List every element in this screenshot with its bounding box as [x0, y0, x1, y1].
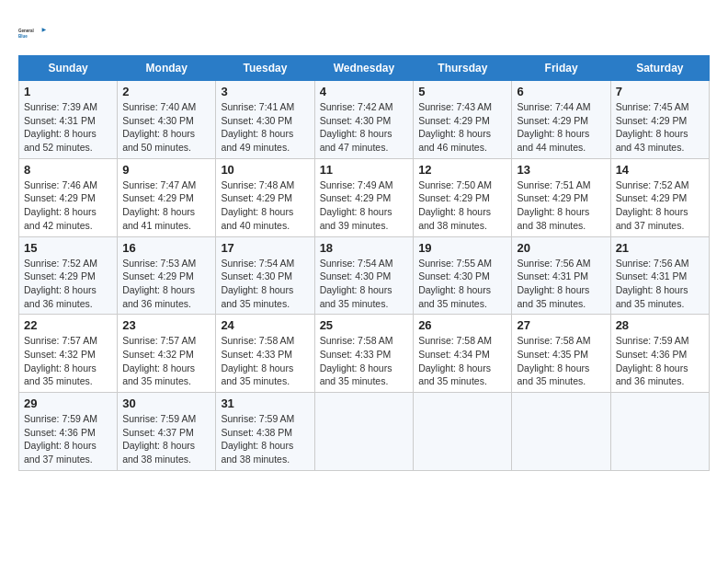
- calendar-cell: 25Sunrise: 7:58 AM Sunset: 4:33 PM Dayli…: [314, 315, 414, 393]
- calendar-cell: 28Sunrise: 7:59 AM Sunset: 4:36 PM Dayli…: [610, 315, 709, 393]
- day-number: 20: [517, 241, 605, 255]
- calendar-cell: 5Sunrise: 7:43 AM Sunset: 4:29 PM Daylig…: [414, 81, 512, 159]
- day-info: Sunrise: 7:50 AM Sunset: 4:29 PM Dayligh…: [418, 178, 506, 233]
- day-number: 3: [221, 85, 309, 98]
- day-info: Sunrise: 7:58 AM Sunset: 4:34 PM Dayligh…: [418, 334, 506, 388]
- calendar-cell: 1Sunrise: 7:39 AM Sunset: 4:31 PM Daylig…: [19, 81, 118, 159]
- day-info: Sunrise: 7:58 AM Sunset: 4:33 PM Dayligh…: [320, 334, 409, 388]
- day-info: Sunrise: 7:45 AM Sunset: 4:29 PM Dayligh…: [616, 100, 704, 155]
- day-info: Sunrise: 7:57 AM Sunset: 4:32 PM Dayligh…: [122, 334, 210, 388]
- day-number: 8: [24, 163, 112, 177]
- column-header-tuesday: Tuesday: [216, 56, 314, 81]
- logo: General Blue: [18, 18, 48, 48]
- calendar-body: 1Sunrise: 7:39 AM Sunset: 4:31 PM Daylig…: [19, 81, 710, 471]
- day-number: 11: [320, 163, 409, 177]
- calendar-cell: 30Sunrise: 7:59 AM Sunset: 4:37 PM Dayli…: [118, 393, 216, 471]
- column-header-thursday: Thursday: [414, 56, 512, 81]
- calendar-cell: 27Sunrise: 7:58 AM Sunset: 4:35 PM Dayli…: [512, 315, 610, 393]
- day-number: 30: [122, 396, 210, 410]
- week-row-1: 1Sunrise: 7:39 AM Sunset: 4:31 PM Daylig…: [19, 81, 710, 159]
- day-info: Sunrise: 7:42 AM Sunset: 4:30 PM Dayligh…: [320, 100, 409, 155]
- calendar-cell: [414, 393, 512, 471]
- day-info: Sunrise: 7:52 AM Sunset: 4:29 PM Dayligh…: [616, 178, 704, 233]
- day-number: 9: [122, 163, 210, 177]
- day-info: Sunrise: 7:54 AM Sunset: 4:30 PM Dayligh…: [320, 257, 409, 311]
- day-number: 18: [320, 241, 409, 255]
- calendar-cell: 2Sunrise: 7:40 AM Sunset: 4:30 PM Daylig…: [118, 81, 216, 159]
- calendar-cell: [512, 393, 610, 471]
- day-number: 29: [24, 396, 112, 410]
- day-info: Sunrise: 7:58 AM Sunset: 4:33 PM Dayligh…: [221, 334, 309, 388]
- day-info: Sunrise: 7:55 AM Sunset: 4:30 PM Dayligh…: [418, 257, 506, 311]
- day-number: 22: [24, 318, 112, 332]
- day-info: Sunrise: 7:54 AM Sunset: 4:30 PM Dayligh…: [221, 257, 309, 311]
- calendar-cell: 9Sunrise: 7:47 AM Sunset: 4:29 PM Daylig…: [118, 158, 216, 236]
- day-number: 25: [320, 318, 409, 332]
- logo-icon: General Blue: [18, 18, 48, 48]
- column-header-monday: Monday: [118, 56, 216, 81]
- day-info: Sunrise: 7:59 AM Sunset: 4:38 PM Dayligh…: [221, 412, 309, 466]
- calendar-cell: 14Sunrise: 7:52 AM Sunset: 4:29 PM Dayli…: [610, 158, 709, 236]
- calendar-table: SundayMondayTuesdayWednesdayThursdayFrid…: [18, 55, 710, 471]
- day-info: Sunrise: 7:48 AM Sunset: 4:29 PM Dayligh…: [221, 178, 309, 233]
- column-header-saturday: Saturday: [610, 56, 709, 81]
- calendar-cell: 15Sunrise: 7:52 AM Sunset: 4:29 PM Dayli…: [19, 236, 118, 315]
- day-number: 27: [517, 318, 605, 332]
- day-info: Sunrise: 7:53 AM Sunset: 4:29 PM Dayligh…: [122, 257, 210, 311]
- calendar-cell: 26Sunrise: 7:58 AM Sunset: 4:34 PM Dayli…: [414, 315, 512, 393]
- calendar-cell: 22Sunrise: 7:57 AM Sunset: 4:32 PM Dayli…: [19, 315, 118, 393]
- day-number: 19: [418, 241, 506, 255]
- week-row-3: 15Sunrise: 7:52 AM Sunset: 4:29 PM Dayli…: [19, 236, 710, 315]
- day-number: 21: [616, 241, 704, 255]
- calendar-cell: 11Sunrise: 7:49 AM Sunset: 4:29 PM Dayli…: [314, 158, 414, 236]
- calendar-cell: [610, 393, 709, 471]
- day-number: 28: [616, 318, 704, 332]
- day-info: Sunrise: 7:59 AM Sunset: 4:36 PM Dayligh…: [24, 412, 112, 466]
- day-info: Sunrise: 7:49 AM Sunset: 4:29 PM Dayligh…: [320, 178, 409, 233]
- day-info: Sunrise: 7:40 AM Sunset: 4:30 PM Dayligh…: [122, 100, 210, 155]
- calendar-cell: 10Sunrise: 7:48 AM Sunset: 4:29 PM Dayli…: [216, 158, 314, 236]
- calendar-cell: 19Sunrise: 7:55 AM Sunset: 4:30 PM Dayli…: [414, 236, 512, 315]
- week-row-2: 8Sunrise: 7:46 AM Sunset: 4:29 PM Daylig…: [19, 158, 710, 236]
- day-number: 10: [221, 163, 309, 177]
- day-info: Sunrise: 7:47 AM Sunset: 4:29 PM Dayligh…: [122, 178, 210, 233]
- calendar-cell: 12Sunrise: 7:50 AM Sunset: 4:29 PM Dayli…: [414, 158, 512, 236]
- day-number: 12: [418, 163, 506, 177]
- day-info: Sunrise: 7:43 AM Sunset: 4:29 PM Dayligh…: [418, 100, 506, 155]
- svg-text:General: General: [18, 29, 34, 33]
- column-header-friday: Friday: [512, 56, 610, 81]
- day-info: Sunrise: 7:46 AM Sunset: 4:29 PM Dayligh…: [24, 178, 112, 233]
- calendar-cell: [314, 393, 414, 471]
- day-info: Sunrise: 7:41 AM Sunset: 4:30 PM Dayligh…: [221, 100, 309, 155]
- calendar-cell: 4Sunrise: 7:42 AM Sunset: 4:30 PM Daylig…: [314, 81, 414, 159]
- day-number: 13: [517, 163, 605, 177]
- day-number: 17: [221, 241, 309, 255]
- column-header-sunday: Sunday: [19, 56, 118, 81]
- calendar-header: SundayMondayTuesdayWednesdayThursdayFrid…: [19, 56, 710, 81]
- day-number: 5: [418, 85, 506, 98]
- calendar-cell: 31Sunrise: 7:59 AM Sunset: 4:38 PM Dayli…: [216, 393, 314, 471]
- calendar-cell: 21Sunrise: 7:56 AM Sunset: 4:31 PM Dayli…: [610, 236, 709, 315]
- day-number: 7: [616, 85, 704, 98]
- week-row-4: 22Sunrise: 7:57 AM Sunset: 4:32 PM Dayli…: [19, 315, 710, 393]
- day-info: Sunrise: 7:59 AM Sunset: 4:36 PM Dayligh…: [616, 334, 704, 388]
- day-info: Sunrise: 7:57 AM Sunset: 4:32 PM Dayligh…: [24, 334, 112, 388]
- day-info: Sunrise: 7:56 AM Sunset: 4:31 PM Dayligh…: [616, 257, 704, 311]
- day-info: Sunrise: 7:59 AM Sunset: 4:37 PM Dayligh…: [122, 412, 210, 466]
- day-info: Sunrise: 7:56 AM Sunset: 4:31 PM Dayligh…: [517, 257, 605, 311]
- calendar-cell: 23Sunrise: 7:57 AM Sunset: 4:32 PM Dayli…: [118, 315, 216, 393]
- header: General Blue: [18, 18, 710, 48]
- calendar-cell: 8Sunrise: 7:46 AM Sunset: 4:29 PM Daylig…: [19, 158, 118, 236]
- calendar-cell: 18Sunrise: 7:54 AM Sunset: 4:30 PM Dayli…: [314, 236, 414, 315]
- day-number: 15: [24, 241, 112, 255]
- day-number: 1: [24, 85, 112, 98]
- svg-text:Blue: Blue: [18, 34, 28, 39]
- calendar-cell: 24Sunrise: 7:58 AM Sunset: 4:33 PM Dayli…: [216, 315, 314, 393]
- calendar-cell: 29Sunrise: 7:59 AM Sunset: 4:36 PM Dayli…: [19, 393, 118, 471]
- calendar-cell: 7Sunrise: 7:45 AM Sunset: 4:29 PM Daylig…: [610, 81, 709, 159]
- day-info: Sunrise: 7:58 AM Sunset: 4:35 PM Dayligh…: [517, 334, 605, 388]
- day-info: Sunrise: 7:39 AM Sunset: 4:31 PM Dayligh…: [24, 100, 112, 155]
- day-number: 31: [221, 396, 309, 410]
- calendar-cell: 17Sunrise: 7:54 AM Sunset: 4:30 PM Dayli…: [216, 236, 314, 315]
- day-number: 14: [616, 163, 704, 177]
